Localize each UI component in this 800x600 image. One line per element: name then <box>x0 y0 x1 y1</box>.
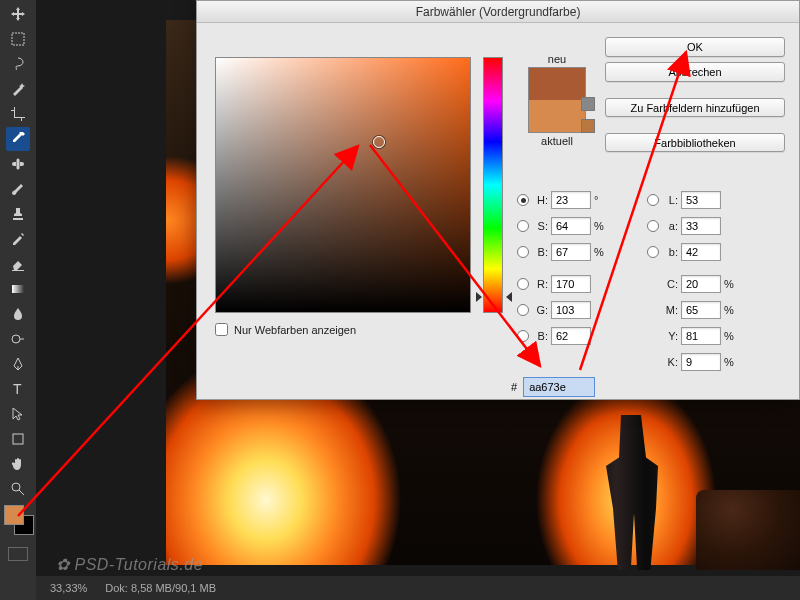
svg-rect-4 <box>12 285 24 293</box>
blur-tool[interactable] <box>6 302 30 326</box>
c-field[interactable] <box>681 275 721 293</box>
websafe-warning-icon[interactable] <box>581 119 595 133</box>
ok-button[interactable]: OK <box>605 37 785 57</box>
eraser-tool[interactable] <box>6 252 30 276</box>
new-color-swatch <box>529 68 585 100</box>
svg-point-8 <box>12 483 20 491</box>
color-libraries-button[interactable]: Farbbibliotheken <box>605 133 785 152</box>
zoom-level[interactable]: 33,33% <box>50 582 87 594</box>
svg-rect-7 <box>13 434 23 444</box>
pen-tool[interactable] <box>6 352 30 376</box>
type-tool[interactable]: T <box>6 377 30 401</box>
color-compare-swatch <box>528 67 586 133</box>
eyedropper-tool[interactable] <box>6 127 30 151</box>
color-picker-dialog: Farbwähler (Vordergrundfarbe) neu aktuel… <box>196 0 800 400</box>
marquee-tool[interactable] <box>6 27 30 51</box>
figure-silhouette <box>586 415 686 570</box>
only-web-checkbox[interactable] <box>215 323 228 336</box>
radio-r[interactable] <box>517 278 529 290</box>
move-tool[interactable] <box>6 2 30 26</box>
svg-text:T: T <box>13 381 22 397</box>
dialog-title: Farbwähler (Vordergrundfarbe) <box>416 5 581 19</box>
only-web-label: Nur Webfarben anzeigen <box>234 324 356 336</box>
r-field[interactable] <box>551 275 591 293</box>
hex-label: # <box>511 381 517 393</box>
saturation-marker[interactable] <box>373 136 385 148</box>
svg-rect-3 <box>17 159 20 170</box>
gradient-tool[interactable] <box>6 277 30 301</box>
watermark-text: PSD-Tutorials.de <box>56 555 203 574</box>
l-field[interactable] <box>681 191 721 209</box>
s-field[interactable] <box>551 217 591 235</box>
b-hsb-field[interactable] <box>551 243 591 261</box>
stamp-tool[interactable] <box>6 202 30 226</box>
status-bar: 33,33% Dok: 8,58 MB/90,1 MB <box>36 576 800 600</box>
current-color-swatch[interactable] <box>529 100 585 132</box>
path-select-tool[interactable] <box>6 402 30 426</box>
history-brush-tool[interactable] <box>6 227 30 251</box>
y-field[interactable] <box>681 327 721 345</box>
hex-field[interactable] <box>523 377 595 397</box>
a-field[interactable] <box>681 217 721 235</box>
brush-tool[interactable] <box>6 177 30 201</box>
lasso-tool[interactable] <box>6 52 30 76</box>
gamut-warning-icon[interactable] <box>581 97 595 111</box>
foreground-color-swatch[interactable] <box>4 505 24 525</box>
dialog-titlebar[interactable]: Farbwähler (Vordergrundfarbe) <box>197 1 799 23</box>
quickmask-toggle[interactable] <box>8 547 28 561</box>
hand-tool[interactable] <box>6 452 30 476</box>
add-to-swatches-button[interactable]: Zu Farbfeldern hinzufügen <box>605 98 785 117</box>
cancel-button[interactable]: Abbrechen <box>605 62 785 82</box>
crop-tool[interactable] <box>6 102 30 126</box>
b-rgb-field[interactable] <box>551 327 591 345</box>
hue-slider[interactable] <box>483 57 503 313</box>
radio-s[interactable] <box>517 220 529 232</box>
color-value-fields: H:° L: S:% a: B:% b: R: C:% G: M:% B: <box>517 187 787 375</box>
wand-tool[interactable] <box>6 77 30 101</box>
g-field[interactable] <box>551 301 591 319</box>
shape-tool[interactable] <box>6 427 30 451</box>
k-field[interactable] <box>681 353 721 371</box>
radio-a[interactable] <box>647 220 659 232</box>
only-web-colors-option[interactable]: Nur Webfarben anzeigen <box>215 323 356 336</box>
saturation-field[interactable] <box>215 57 471 313</box>
new-color-label: neu <box>517 53 597 65</box>
svg-rect-0 <box>12 33 24 45</box>
radio-b-hsb[interactable] <box>517 246 529 258</box>
radio-b-lab[interactable] <box>647 246 659 258</box>
zoom-tool[interactable] <box>6 477 30 501</box>
h-field[interactable] <box>551 191 591 209</box>
radio-b-rgb[interactable] <box>517 330 529 342</box>
color-swatches[interactable] <box>4 505 34 535</box>
radio-l[interactable] <box>647 194 659 206</box>
svg-point-5 <box>12 335 20 343</box>
dodge-tool[interactable] <box>6 327 30 351</box>
b-lab-field[interactable] <box>681 243 721 261</box>
heal-tool[interactable] <box>6 152 30 176</box>
doc-size: Dok: 8,58 MB/90,1 MB <box>105 582 216 594</box>
radio-g[interactable] <box>517 304 529 316</box>
current-color-label: aktuell <box>517 135 597 147</box>
m-field[interactable] <box>681 301 721 319</box>
barrel-shape <box>696 490 800 570</box>
radio-h[interactable] <box>517 194 529 206</box>
